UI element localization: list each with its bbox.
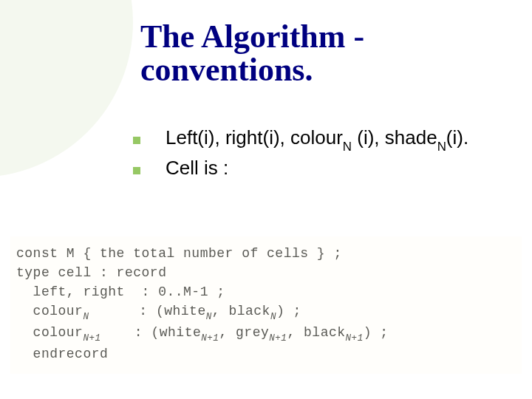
code-fragment: colour	[16, 304, 83, 318]
code-fragment: , black	[287, 325, 345, 340]
code-fragment: ) ;	[276, 304, 301, 318]
code-line: const M { the total number of cells } ;	[16, 244, 516, 263]
code-line: endrecord	[16, 344, 516, 364]
subscript: N	[343, 140, 352, 154]
code-fragment: : (white	[89, 304, 205, 318]
bullet-text: Left(i), right(i), colourN (i), shadeN(i…	[166, 126, 468, 153]
bullet-fragment: Left(i), right(i), colour	[166, 126, 343, 149]
code-line: colourN : (whiteN, blackN) ;	[16, 301, 516, 323]
bullet-list: Left(i), right(i), colourN (i), shadeN(i…	[133, 126, 502, 184]
subscript: N+1	[83, 333, 100, 344]
code-fragment: colour	[16, 325, 83, 340]
bullet-fragment: (i), shade	[352, 126, 437, 149]
subscript: N+1	[201, 333, 219, 344]
bullet-text: Cell is :	[166, 156, 228, 181]
bullet-fragment: (i).	[446, 126, 468, 149]
code-line: type cell : record	[16, 263, 516, 282]
slide: The Algorithm - conventions. Left(i), ri…	[0, 0, 532, 399]
list-item: Left(i), right(i), colourN (i), shadeN(i…	[133, 126, 502, 153]
decorative-arc	[0, 0, 133, 177]
code-fragment: : (white	[101, 325, 202, 340]
slide-title: The Algorithm - conventions.	[140, 21, 510, 87]
subscript: N	[270, 312, 276, 322]
code-block: const M { the total number of cells } ; …	[10, 236, 522, 374]
bullet-icon	[133, 167, 140, 174]
subscript: N	[206, 312, 212, 322]
subscript: N	[437, 140, 446, 154]
subscript: N	[83, 312, 89, 322]
subscript: N+1	[269, 333, 287, 344]
subscript: N+1	[346, 333, 364, 344]
code-fragment: , grey	[219, 325, 269, 340]
code-line: colourN+1 : (whiteN+1, greyN+1, blackN+1…	[16, 323, 516, 344]
code-fragment: , black	[212, 304, 270, 318]
code-fragment: ) ;	[364, 325, 389, 340]
bullet-icon	[133, 137, 140, 144]
list-item: Cell is :	[133, 156, 502, 181]
code-line: left, right : 0..M-1 ;	[16, 282, 516, 301]
